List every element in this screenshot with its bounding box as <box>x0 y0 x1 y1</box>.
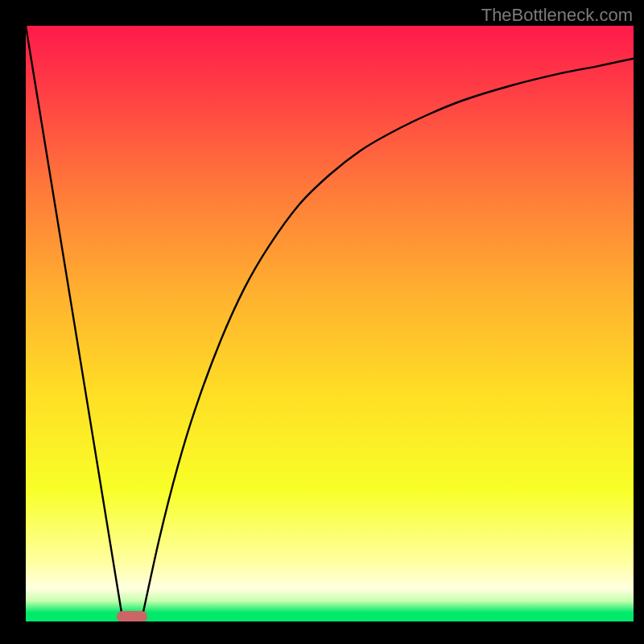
curve-layer <box>26 26 634 621</box>
chart-frame: TheBottleneck.com <box>0 0 644 644</box>
bottleneck-marker <box>117 611 147 621</box>
left-line <box>26 26 123 621</box>
right-curve <box>141 59 634 621</box>
watermark-label: TheBottleneck.com <box>481 5 633 26</box>
plot-area <box>26 26 634 621</box>
